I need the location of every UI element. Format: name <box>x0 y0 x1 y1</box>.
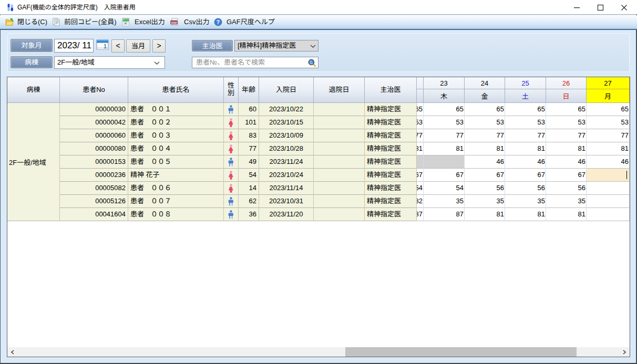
svg-text:?: ? <box>217 19 220 25</box>
svg-text:1: 1 <box>104 44 107 49</box>
svg-text:csv: csv <box>171 20 177 24</box>
